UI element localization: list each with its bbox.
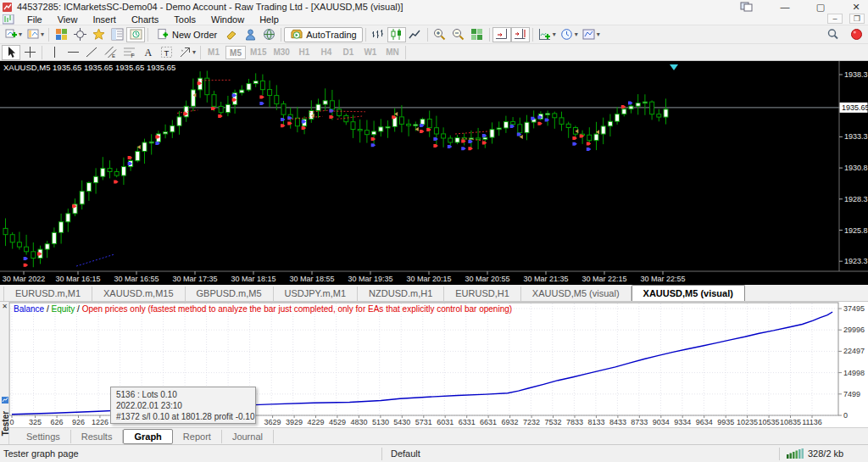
timeframe-m30[interactable]: M30 (270, 46, 292, 59)
autotrading-button[interactable]: AutoTrading (284, 27, 363, 42)
tester-tab-journal[interactable]: Journal (222, 430, 274, 443)
tester-tab-report[interactable]: Report (173, 430, 222, 443)
equidistant-channel-button[interactable]: E (101, 45, 120, 60)
chart-shift-button[interactable] (511, 27, 530, 42)
menu-tools[interactable]: Tools (166, 14, 203, 25)
docs-icon[interactable] (740, 1, 754, 13)
periods-dropdown-icon[interactable]: ▾ (575, 31, 578, 38)
tester-tab-settings[interactable]: Settings (16, 430, 71, 443)
maximize-button[interactable]: ▢ (810, 2, 831, 13)
trendline-button[interactable] (82, 45, 101, 60)
bar-chart-button[interactable] (369, 27, 387, 42)
tester-close-icon[interactable]: ✕ (1, 303, 8, 310)
timeframe-d1[interactable]: D1 (338, 46, 359, 59)
svg-text:8433: 8433 (609, 418, 626, 426)
tile-windows-button[interactable] (468, 27, 487, 42)
search-icon[interactable] (823, 27, 842, 42)
cursor-sync-button[interactable] (70, 27, 89, 42)
svg-text:10235: 10235 (737, 418, 758, 426)
fibonacci-button[interactable]: F (120, 45, 138, 60)
eraser-button[interactable] (222, 27, 241, 42)
arrows-tool-button[interactable] (175, 45, 194, 60)
candlestick-chart-button[interactable] (387, 27, 406, 42)
periods-button[interactable] (558, 27, 576, 42)
chart-tab-7[interactable]: XAUUSD,M5 (visual) (632, 285, 745, 301)
menu-charts[interactable]: Charts (124, 14, 166, 25)
timeframe-m5[interactable]: M5 (225, 46, 246, 59)
templates-dropdown-icon[interactable]: ▾ (597, 31, 600, 38)
chart-area[interactable]: XAUUSD,M5 1935.65 1935.65 1935.65 1935.6… (0, 61, 868, 285)
vertical-line-button[interactable] (45, 45, 64, 60)
child-restore-button[interactable]: ❐ (849, 14, 865, 24)
svg-text:1923.3: 1923.3 (844, 257, 868, 265)
svg-text:4830: 4830 (350, 418, 367, 426)
autotrading-icon (290, 27, 303, 42)
close-button[interactable]: ✕ (846, 2, 866, 13)
status-profile[interactable]: Default (382, 448, 779, 459)
arrows-dropdown-icon[interactable]: ▾ (192, 48, 196, 56)
svg-text:3929: 3929 (286, 418, 303, 426)
profiles-button[interactable] (24, 27, 42, 42)
timeframe-h1[interactable]: H1 (294, 46, 314, 59)
tile-charts-button[interactable] (52, 27, 70, 42)
tester-panel: 3749529996224971499874990032562692612263… (0, 302, 868, 427)
menu-view[interactable]: View (50, 14, 86, 25)
favorites-button[interactable] (89, 27, 108, 42)
zoom-in-button[interactable] (431, 27, 449, 42)
child-minimize-button[interactable]: – (827, 14, 843, 24)
menu-window[interactable]: Window (203, 14, 252, 25)
chart-tab-5[interactable]: EURUSD,H1 (444, 287, 521, 301)
new-chart-button[interactable] (2, 27, 20, 42)
profiles-dropdown-icon[interactable]: ▾ (41, 31, 44, 38)
svg-text:30 Mar 20:15: 30 Mar 20:15 (406, 275, 451, 283)
indicators-button[interactable] (536, 27, 554, 42)
svg-text:9034: 9034 (653, 418, 670, 426)
svg-text:6631: 6631 (480, 418, 497, 426)
strategy-tester-button[interactable] (126, 27, 145, 42)
indicators-dropdown-icon[interactable]: ▾ (553, 31, 556, 38)
alert-icon[interactable] (847, 27, 865, 42)
line-chart-button[interactable] (406, 27, 425, 42)
templates-button[interactable] (580, 27, 598, 42)
svg-text:30 Mar 18:15: 30 Mar 18:15 (231, 275, 275, 283)
chart-tab-0[interactable]: EURUSD.m,M1 (3, 287, 92, 301)
crosshair-tool-button[interactable] (20, 45, 39, 60)
text-tool-button[interactable]: A (138, 45, 157, 60)
minimize-button[interactable]: — (775, 2, 795, 12)
tooltip-line-1: 5136 : Lots 0.10 (116, 389, 250, 400)
chart-tab-4[interactable]: NZDUSD.m,H1 (358, 287, 444, 301)
chart-tab-2[interactable]: GBPUSD.m,M5 (186, 287, 274, 301)
title-bar: 44537285: ICMarketsSC-Demo04 - Demo Acco… (0, 0, 868, 14)
chart-tab-6[interactable]: XAUUSD,M5 (visual) (521, 287, 632, 301)
svg-text:F: F (131, 53, 134, 58)
svg-text:30 Mar 19:35: 30 Mar 19:35 (348, 275, 392, 283)
tester-tab-graph[interactable]: Graph (123, 429, 172, 444)
market-watch-button[interactable] (108, 27, 126, 42)
timeframe-w1[interactable]: W1 (360, 46, 381, 59)
svg-text:325: 325 (29, 418, 42, 426)
tester-tab-results[interactable]: Results (71, 430, 124, 443)
text-label-button[interactable]: T (157, 45, 175, 60)
expert-advisors-button[interactable] (241, 27, 259, 42)
new-order-button[interactable]: New Order (151, 27, 222, 42)
new-chart-dropdown-icon[interactable]: ▾ (19, 31, 22, 38)
horizontal-line-button[interactable] (64, 45, 82, 60)
menu-insert[interactable]: Insert (85, 14, 124, 25)
timeframe-h4[interactable]: H4 (316, 46, 337, 59)
cursor-tool-button[interactable] (2, 45, 20, 60)
auto-scroll-button[interactable] (492, 27, 511, 42)
svg-text:30 Mar 17:35: 30 Mar 17:35 (172, 275, 217, 283)
svg-text:30 Mar 21:35: 30 Mar 21:35 (523, 275, 568, 283)
chart-tab-3[interactable]: USDJPY.m,M1 (274, 287, 359, 301)
timeframe-m15[interactable]: M15 (248, 46, 269, 59)
menu-file[interactable]: File (19, 14, 50, 25)
menu-help[interactable]: Help (252, 14, 287, 25)
svg-text:5731: 5731 (415, 418, 432, 426)
candlestick-chart[interactable]: XAUUSD,M5 1935.65 1935.65 1935.65 1935.6… (0, 61, 868, 285)
chart-tab-1[interactable]: XAUUSD.m,M15 (92, 287, 186, 301)
scripts-button[interactable] (259, 27, 278, 42)
zoom-out-button[interactable] (449, 27, 468, 42)
tester-panel-label[interactable]: Tester (1, 407, 10, 441)
timeframe-m1[interactable]: M1 (203, 46, 224, 59)
timeframe-mn[interactable]: MN (382, 46, 403, 59)
